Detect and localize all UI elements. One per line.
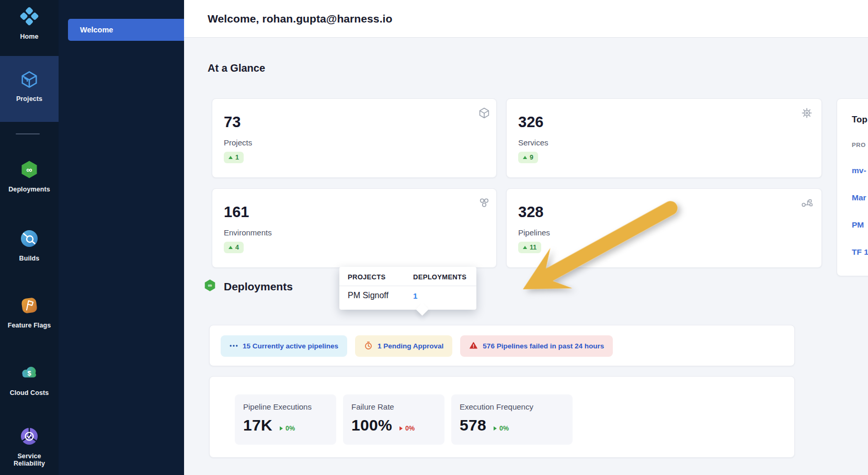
sidebar-item-cloud-costs[interactable]: $ Cloud Costs <box>0 358 59 397</box>
project-link[interactable]: mv- <box>852 166 868 175</box>
metric-value: 578 <box>460 416 486 434</box>
project-link[interactable]: TF 1 <box>852 247 868 257</box>
tooltip-caret <box>416 303 428 315</box>
stat-card-services[interactable]: 326 Services 9 <box>506 98 822 178</box>
warning-triangle-icon <box>469 341 478 352</box>
page-header: Welcome, rohan.gupta@harness.io <box>184 0 868 38</box>
metric-delta: 0% <box>280 425 295 432</box>
up-arrow-icon <box>523 246 527 249</box>
sidebar-item-label: Feature Flags <box>3 322 55 329</box>
stat-label: Services <box>518 138 821 147</box>
cloud-dollar-icon: $ <box>19 363 40 386</box>
sidebar-item-label: Home <box>3 33 55 40</box>
tooltip-header-row: PROJECTS DEPLOYMENTS <box>339 267 476 286</box>
stat-label: Pipelines <box>518 228 821 237</box>
main-area: Welcome, rohan.gupta@harness.io At a Gla… <box>184 0 868 475</box>
cube-icon <box>19 70 39 92</box>
stat-value: 326 <box>518 115 821 130</box>
stat-card-projects[interactable]: 73 Projects 1 <box>212 98 497 178</box>
stat-card-pipelines[interactable]: 328 Pipelines 11 <box>506 188 822 268</box>
metric-label: Failure Rate <box>351 402 444 411</box>
sidebar-item-service-reliability[interactable]: Service Reliability <box>0 422 59 468</box>
top-panel-title: Top <box>852 115 868 125</box>
sidebar-item-home[interactable]: Home <box>0 1 59 40</box>
gear-icon <box>801 107 813 119</box>
top-projects-panel: Top PRO mv- Mar PM TF 1 <box>837 98 868 276</box>
subnav-item-welcome[interactable]: Welcome <box>68 19 184 41</box>
stat-label: Environments <box>224 228 496 237</box>
sidebar-item-deployments[interactable]: ∞ Deployments <box>0 155 59 193</box>
reliability-dial-icon <box>19 426 40 449</box>
svg-text:∞: ∞ <box>26 165 32 174</box>
pending-approval-badge[interactable]: 1 Pending Approval <box>355 335 452 357</box>
badge-text: 576 Pipelines failed in past 24 hours <box>483 342 604 350</box>
flag-icon <box>19 295 40 318</box>
tooltip-col-deployments: DEPLOYMENTS <box>413 273 466 281</box>
svg-text:$: $ <box>27 369 31 377</box>
deployments-hexagon-icon: ∞ <box>19 159 40 182</box>
metric-failure-rate: Failure Rate 100% 0% <box>343 394 444 445</box>
metric-label: Pipeline Executions <box>243 402 336 411</box>
secondary-sidebar: Welcome <box>59 0 184 475</box>
ellipsis-icon <box>230 342 238 350</box>
module-rail: Home Projects ∞ Deployments Builds <box>0 0 59 475</box>
metric-delta: 0% <box>399 425 415 432</box>
tooltip-data-row: PM Signoff 1 <box>339 286 476 300</box>
stat-value: 328 <box>518 205 821 220</box>
top-panel-column-header: PRO <box>852 142 868 148</box>
trend-arrow-icon <box>494 426 497 431</box>
pipelines-icon <box>801 197 813 209</box>
stat-delta-badge: 4 <box>224 242 244 253</box>
deployments-tooltip: PROJECTS DEPLOYMENTS PM Signoff 1 <box>339 267 476 310</box>
svg-text:∞: ∞ <box>208 282 212 288</box>
metric-pipeline-executions: Pipeline Executions 17K 0% <box>235 394 336 445</box>
stat-delta-value: 1 <box>235 154 239 161</box>
metric-delta-value: 0% <box>499 425 509 432</box>
builds-icon <box>19 228 40 251</box>
metric-value: 100% <box>351 416 392 434</box>
trend-arrow-icon <box>280 426 283 431</box>
stat-value: 73 <box>224 115 496 130</box>
failed-pipelines-badge[interactable]: 576 Pipelines failed in past 24 hours <box>460 335 613 357</box>
deployment-metrics-card: Pipeline Executions 17K 0% Failure Rate … <box>209 376 795 458</box>
metric-delta-value: 0% <box>405 425 415 432</box>
stat-label: Projects <box>224 138 496 147</box>
environments-icon <box>478 197 490 209</box>
sidebar-item-projects[interactable]: Projects <box>0 56 59 122</box>
sidebar-item-label: Projects <box>3 95 55 103</box>
rail-divider <box>16 133 40 134</box>
project-link[interactable]: Mar <box>852 193 868 202</box>
sidebar-item-label: Builds <box>3 255 55 262</box>
trend-arrow-icon <box>399 426 403 431</box>
content-area: At a Glance 73 Projects 1 326 Services <box>184 38 868 475</box>
active-pipelines-badge[interactable]: 15 Currently active pipelines <box>221 335 347 357</box>
stat-delta-value: 11 <box>530 244 536 251</box>
sidebar-item-label: Deployments <box>3 186 55 193</box>
pipeline-status-card: 15 Currently active pipelines 1 Pending … <box>209 325 795 366</box>
metric-value: 17K <box>243 416 272 434</box>
up-arrow-icon <box>523 156 527 159</box>
sidebar-item-label: Cloud Costs <box>3 389 55 397</box>
up-arrow-icon <box>229 246 233 249</box>
sidebar-item-builds[interactable]: Builds <box>0 224 59 262</box>
up-arrow-icon <box>229 156 233 159</box>
stat-delta-value: 4 <box>235 244 239 251</box>
cube-icon <box>478 107 490 119</box>
project-link[interactable]: PM <box>852 220 868 230</box>
harness-dashboard: Home Projects ∞ Deployments Builds <box>0 0 868 475</box>
metric-delta-value: 0% <box>285 425 295 432</box>
tooltip-project-name: PM Signoff <box>348 291 413 300</box>
page-title: Welcome, rohan.gupta@harness.io <box>208 13 392 25</box>
tooltip-deployments-count-link[interactable]: 1 <box>413 291 417 300</box>
badge-text: 1 Pending Approval <box>378 342 443 350</box>
stopwatch-icon <box>364 341 373 352</box>
sidebar-item-feature-flags[interactable]: Feature Flags <box>0 291 59 329</box>
at-a-glance-title: At a Glance <box>208 62 265 74</box>
metric-delta: 0% <box>494 425 509 432</box>
stat-delta-badge: 9 <box>518 152 538 163</box>
sidebar-item-label: Service Reliability <box>3 453 55 468</box>
stat-delta-badge: 1 <box>224 152 244 163</box>
stat-card-environments[interactable]: 161 Environments 4 <box>212 188 497 268</box>
metric-execution-frequency: Execution Frequency 578 0% <box>451 394 573 445</box>
badge-text: 15 Currently active pipelines <box>243 342 338 350</box>
